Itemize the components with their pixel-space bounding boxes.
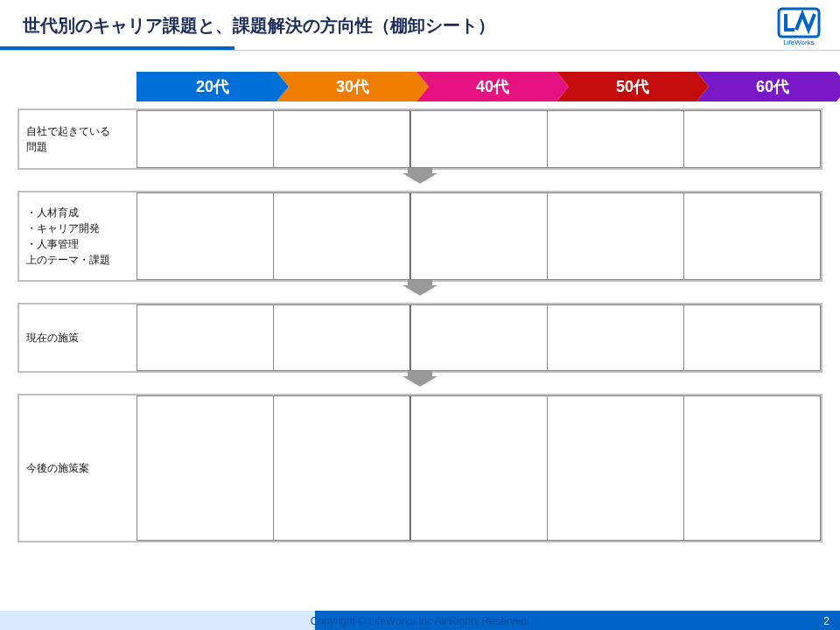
generation-label: 20代 [196, 76, 229, 97]
worksheet-row: ・人材育成・キャリア開発・人事管理上のテーマ・課題 [18, 191, 822, 282]
arrow-down-icon [402, 371, 438, 387]
generation-label: 60代 [756, 76, 789, 97]
generation-chevron: 30代 [276, 72, 429, 102]
worksheet-row: 今後の施策案 [18, 394, 822, 542]
worksheet-cell [273, 110, 411, 168]
worksheet-cell [136, 304, 274, 371]
generation-chevron: 40代 [416, 72, 569, 102]
worksheet-cell [273, 304, 411, 371]
generation-label: 50代 [616, 76, 649, 97]
generation-header-row: 20代 30代 40代 50代 60代 [136, 72, 836, 102]
generation-chevron: 50代 [556, 72, 709, 102]
row-label: ・人材育成・キャリア開発・人事管理上のテーマ・課題 [19, 192, 136, 280]
worksheet-cell [136, 192, 274, 280]
worksheet-cell [547, 396, 684, 541]
worksheet-row: 自社で起きている問題 [18, 108, 822, 170]
svg-text:LifeWorks: LifeWorks [783, 38, 814, 46]
worksheet-cell [547, 110, 684, 168]
worksheet-cell [410, 304, 548, 371]
worksheet-cell [683, 192, 821, 280]
page-title: 世代別のキャリア課題と、課題解決の方向性（棚卸シート） [23, 14, 840, 38]
arrow-down-icon [402, 168, 438, 184]
worksheet-cell [410, 110, 548, 168]
worksheet-cell [273, 396, 411, 541]
row-cells [136, 110, 821, 168]
worksheet-cell [683, 304, 821, 371]
generation-chevron: 20代 [136, 72, 289, 102]
footer-copyright: Copyright © LifeWorks.Inc All Rights Res… [0, 615, 840, 627]
worksheet-row: 現在の施策 [18, 303, 822, 373]
row-label: 今後の施策案 [19, 396, 136, 541]
worksheet-cell [547, 192, 684, 280]
generation-label: 40代 [476, 76, 509, 97]
row-label: 現在の施策 [19, 304, 136, 371]
page-number: 2 [823, 615, 830, 627]
arrow-down-icon [402, 280, 438, 296]
worksheet: 20代 30代 40代 50代 60代 自社で起きている問題・人材育成・キャリア… [18, 72, 822, 542]
worksheet-cell [136, 396, 274, 541]
worksheet-cell [273, 192, 411, 280]
header-divider [0, 50, 840, 51]
row-label: 自社で起きている問題 [19, 110, 136, 168]
header: 世代別のキャリア課題と、課題解決の方向性（棚卸シート） LifeWorks [0, 0, 840, 51]
worksheet-cell [410, 192, 548, 280]
row-cells [136, 304, 821, 371]
brand-logo: LifeWorks [774, 7, 824, 46]
generation-label: 30代 [336, 76, 369, 97]
generation-chevron: 60代 [696, 72, 840, 102]
worksheet-cell [136, 110, 274, 168]
worksheet-cell [683, 110, 821, 168]
worksheet-cell [410, 396, 548, 541]
worksheet-cell [547, 304, 684, 371]
row-cells [136, 396, 821, 541]
worksheet-cell [683, 396, 821, 541]
row-cells [136, 192, 821, 280]
